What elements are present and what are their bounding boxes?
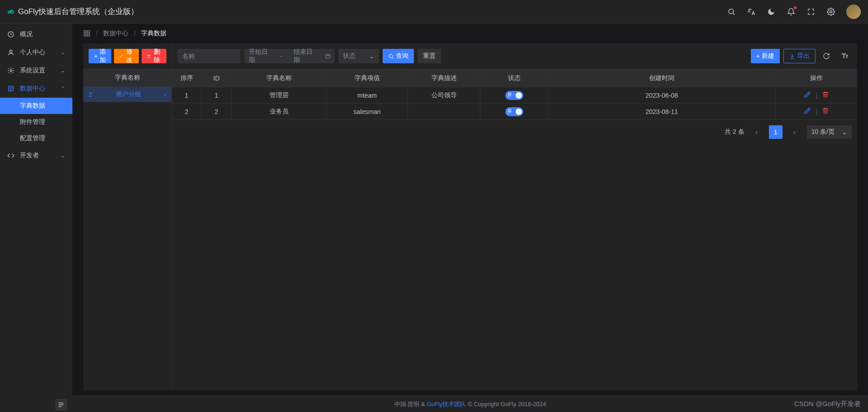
page-number[interactable]: 1 xyxy=(769,125,783,139)
sidebar-item-label: 数据中心 xyxy=(20,85,45,93)
theme-icon[interactable] xyxy=(763,4,779,20)
refresh-button[interactable] xyxy=(819,49,834,63)
delete-button[interactable]: 删除 xyxy=(142,49,166,63)
name-input[interactable] xyxy=(177,49,241,63)
user-icon xyxy=(7,49,14,56)
logo[interactable]: GoFly快速后台管理系统（企业版） xyxy=(7,6,138,18)
page-size-select[interactable]: 10 条/页 ⌄ xyxy=(807,125,852,139)
sidebar-item-profile[interactable]: 个人中心 ⌄ xyxy=(0,43,72,62)
svg-point-1 xyxy=(11,11,14,13)
category-header: 字典名称 xyxy=(83,69,171,87)
chevron-right-icon: › xyxy=(159,91,171,98)
category-idx: 2 xyxy=(83,91,98,98)
status-select[interactable]: 状态 ⌄ xyxy=(338,49,379,63)
app-header: GoFly快速后台管理系统（企业版） xyxy=(0,0,868,24)
sidebar-item-developer[interactable]: 开发者 ⌄ xyxy=(0,147,72,165)
sidebar-item-overview[interactable]: 概况 xyxy=(0,25,72,43)
apps-icon[interactable] xyxy=(83,30,90,37)
dashboard-icon xyxy=(7,31,14,38)
next-page-button[interactable]: › xyxy=(788,125,802,139)
add-button[interactable]: + 添加 xyxy=(89,49,111,63)
svg-rect-9 xyxy=(87,31,90,33)
language-icon[interactable] xyxy=(743,4,759,20)
svg-point-3 xyxy=(830,10,832,13)
code-icon xyxy=(7,152,14,159)
row-edit-button[interactable] xyxy=(804,91,811,99)
col-time: 创建时间 xyxy=(548,69,776,87)
col-value: 字典项值 xyxy=(327,69,408,87)
menu-collapse-icon xyxy=(57,401,65,408)
svg-rect-12 xyxy=(326,55,330,58)
fullscreen-icon[interactable] xyxy=(803,4,819,20)
col-sort: 排序 xyxy=(172,69,202,87)
search-icon xyxy=(388,53,394,59)
trash-icon xyxy=(822,107,829,114)
status-switch[interactable]: 开 xyxy=(505,107,523,116)
svg-rect-10 xyxy=(84,34,86,36)
logo-icon xyxy=(7,6,14,18)
edit-button[interactable]: 修改 xyxy=(114,49,139,63)
row-delete-button[interactable] xyxy=(822,107,829,116)
breadcrumb: / 数据中心 / 字典数据 xyxy=(72,24,868,43)
pagination: 共 2 条 ‹ 1 › 10 条/页 ⌄ xyxy=(172,120,857,144)
trash-icon xyxy=(147,53,151,59)
category-name: 用户分组 xyxy=(98,90,159,99)
settings-icon[interactable] xyxy=(823,4,839,20)
sidebar-item-data[interactable]: 数据中心 ⌃ xyxy=(0,80,72,98)
svg-point-6 xyxy=(10,70,12,71)
prev-page-button[interactable]: ‹ xyxy=(750,125,764,139)
date-range-picker[interactable]: 开始日期 - 结束日期 xyxy=(244,49,335,63)
refresh-icon xyxy=(823,52,830,60)
svg-rect-8 xyxy=(84,31,86,33)
edit-icon xyxy=(804,107,811,114)
list-icon xyxy=(7,85,14,92)
chevron-down-icon: ⌄ xyxy=(842,128,847,136)
sidebar-item-label: 个人中心 xyxy=(20,48,45,57)
reset-button[interactable]: 重置 xyxy=(417,49,441,63)
row-delete-button[interactable] xyxy=(822,91,829,99)
col-name: 字典名称 xyxy=(232,69,327,87)
col-status: 状态 xyxy=(480,69,548,87)
search-button[interactable]: 查询 xyxy=(383,49,414,63)
gear-icon xyxy=(7,67,14,74)
sidebar-item-label: 概况 xyxy=(20,30,33,38)
svg-point-2 xyxy=(729,9,734,14)
table-row: 1 1 管理层 mteam 公司领导 开 2023-06-08 | xyxy=(172,87,857,104)
export-button[interactable]: 导出 xyxy=(783,49,816,63)
dict-category-panel: + 添加 修改 删除 字典名称 2 用户分组 › xyxy=(83,43,172,390)
chevron-down-icon: ⌄ xyxy=(61,152,65,159)
edit-icon xyxy=(804,91,811,98)
table-row: 2 2 业务员 salesman 开 2023-08-11 | xyxy=(172,104,857,120)
edit-icon xyxy=(119,53,123,59)
sidebar: 概况 个人中心 ⌄ 系统设置 ⌄ 数据中心 ⌃ 字典数据 xyxy=(0,24,72,412)
download-icon xyxy=(789,53,795,59)
sidebar-item-system[interactable]: 系统设置 ⌄ xyxy=(0,62,72,80)
footer: 中国·昆明 & GoFly技术团队 © Copyright GoFly 2018… xyxy=(72,396,868,412)
sidebar-sub-dict[interactable]: 字典数据 xyxy=(0,98,72,114)
text-size-icon xyxy=(841,52,848,60)
collapse-sidebar-button[interactable] xyxy=(55,399,67,411)
notification-icon[interactable] xyxy=(783,4,799,20)
filter-bar: 开始日期 - 结束日期 状态 ⌄ 查询 重置 + 新建 xyxy=(172,43,857,69)
data-table: 排序 ID 字典名称 字典项值 字典描述 状态 创建时间 操作 1 1 管理层 … xyxy=(172,69,857,120)
status-switch[interactable]: 开 xyxy=(505,91,523,100)
sidebar-sub-attach[interactable]: 附件管理 xyxy=(0,114,72,130)
column-button[interactable] xyxy=(837,49,852,63)
col-op: 操作 xyxy=(776,69,857,87)
create-button[interactable]: + 新建 xyxy=(751,49,780,63)
app-title: GoFly快速后台管理系统（企业版） xyxy=(18,6,138,17)
search-icon[interactable] xyxy=(723,4,740,20)
team-link[interactable]: GoFly技术团队 xyxy=(427,400,466,408)
breadcrumb-current: 字典数据 xyxy=(141,29,166,38)
calendar-icon xyxy=(325,53,330,59)
chevron-down-icon: ⌄ xyxy=(61,67,65,74)
breadcrumb-item[interactable]: 数据中心 xyxy=(103,29,128,38)
svg-rect-11 xyxy=(87,34,90,36)
category-row[interactable]: 2 用户分组 › xyxy=(83,87,171,102)
trash-icon xyxy=(822,91,829,98)
row-edit-button[interactable] xyxy=(804,107,811,116)
chevron-down-icon: ⌄ xyxy=(369,52,375,60)
sidebar-sub-config[interactable]: 配置管理 xyxy=(0,130,72,147)
avatar[interactable] xyxy=(846,5,861,19)
sidebar-item-label: 开发者 xyxy=(20,152,39,160)
